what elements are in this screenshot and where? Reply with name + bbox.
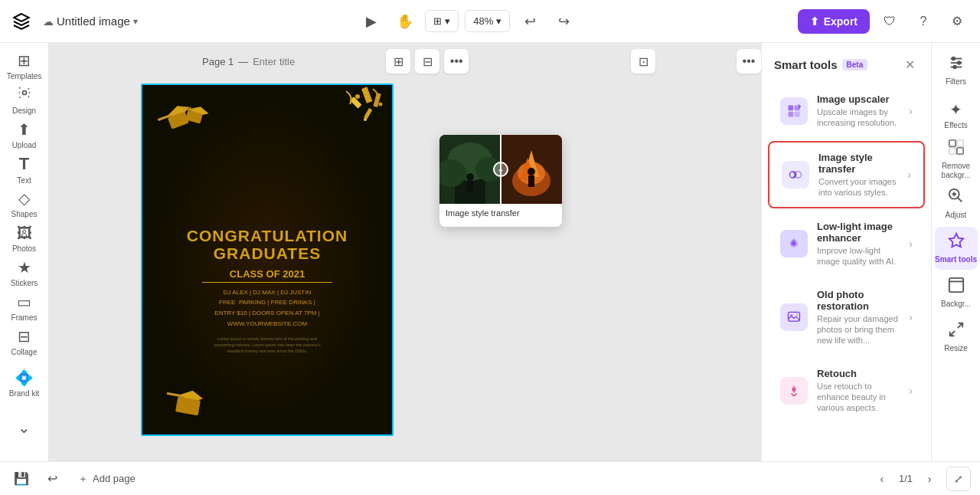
upscaler-text: Image upscaler Upscale images by increas… [817,93,900,129]
text-icon: T [19,154,29,174]
topbar-right: ⬆ Export 🛡 ? ⚙ [798,8,971,35]
style-preview-label: Image style transfer [439,204,562,222]
pan-tool-button[interactable]: ✋ [391,8,419,35]
design-canvas[interactable]: CONGRATULATION GRADUATES CLASS OF 2021 D… [141,84,394,436]
main-canvas-text: CONGRATULATION GRADUATES CLASS OF 2021 D… [187,227,348,355]
svg-point-31 [528,168,535,175]
right-sidebar: Filters ✦ Effects Remove backgr... Adjus… [931,43,980,461]
svg-rect-12 [364,108,372,120]
upload-icon: ⬆ [18,120,31,139]
remove-bg-label: Remove backgr... [935,162,978,180]
sidebar-item-stickers[interactable]: ★ Stickers [3,257,46,290]
sidebar-item-upload[interactable]: ⬆ Upload [3,118,46,151]
add-page-button[interactable]: ＋ Add page [70,467,143,490]
confetti-decoration [292,85,392,177]
page-nav: ‹ 1/1 › [871,468,940,490]
svg-rect-55 [949,278,962,292]
svg-rect-33 [789,105,794,110]
grid-button[interactable]: ⊟ [415,49,439,74]
right-sidebar-adjust[interactable]: Adjust [935,182,978,225]
right-sidebar-filters[interactable]: Filters [935,49,978,92]
right-sidebar-smart-tools[interactable]: Smart tools [935,227,978,270]
tool-old-photo-restoration[interactable]: Old photo restoration Repair your damage… [768,280,925,356]
topbar: ☁ Untitled image ▾ ▶ ✋ ⊞ ▾ 48% ▾ ↩ ↪ ⬆ E… [0,0,980,43]
right-sidebar-resize[interactable]: Resize [935,316,978,359]
low-light-text: Low-light image enhancer Improve low-lig… [817,221,900,267]
restoration-name: Old photo restoration [817,289,900,312]
bottombar: 💾 ↩ ＋ Add page ‹ 1/1 › ⤢ [0,461,980,495]
shapes-icon: ◇ [18,189,30,208]
layout-icon: ⊞ [433,15,442,27]
retouch-name: Retouch [817,368,900,379]
style-preview-left [439,135,501,204]
save-button[interactable]: 💾 [9,467,34,491]
doc-title-area: ☁ Untitled image ▾ [43,15,138,28]
retouch-desc: Use retouch to enhance beauty in various… [817,381,900,414]
right-sidebar-remove-bg[interactable]: Remove backgr... [935,138,978,181]
sidebar-item-collapse[interactable]: ⌄ [3,406,46,449]
sidebar-item-shapes[interactable]: ◇ Shapes [3,187,46,220]
sidebar-item-frames[interactable]: ▭ Frames [3,291,46,324]
class-text: CLASS OF 2021 [202,268,332,283]
sidebar-item-design[interactable]: Design [3,84,46,116]
tool-image-style-transfer[interactable]: Image style transfer Convert your images… [768,141,925,209]
lorem-text: Lorem ipsum is simply dummy text of the … [187,336,348,354]
tool-image-upscaler[interactable]: Image upscaler Upscale images by increas… [768,84,925,138]
more-button[interactable]: ••• [444,49,469,74]
smart-tools-icon [948,232,965,253]
stickers-icon: ★ [18,258,31,277]
svg-point-15 [364,118,367,121]
svg-rect-32 [528,175,534,187]
layout-button[interactable]: ⊞ ▾ [425,10,459,32]
design-icon [17,85,32,104]
zoom-button[interactable]: 48% ▾ [465,10,510,32]
page-next-button[interactable]: › [919,468,940,490]
main-area: ⊞ Templates Design ⬆ Upload T Text ◇ Sha… [0,43,980,461]
svg-point-48 [957,61,960,64]
style-transfer-desc: Convert your images into various styles. [818,176,898,198]
tool-low-light-enhancer[interactable]: Low-light image enhancer Improve low-lig… [768,211,925,277]
svg-line-56 [957,323,962,328]
undo-history-button[interactable]: ↩ [40,467,64,491]
right-sidebar-background[interactable]: Backgr... [935,271,978,314]
svg-rect-52 [949,148,955,154]
svg-point-43 [792,387,796,391]
page-prev-button[interactable]: ‹ [871,468,893,490]
right-sidebar-effects[interactable]: ✦ Effects [935,93,978,136]
svg-point-0 [22,91,26,95]
copy-button[interactable]: ⊡ [631,49,655,74]
export-button[interactable]: ⬆ Export [798,9,870,34]
frames-label: Frames [11,313,38,322]
export-label: Export [824,15,858,28]
sidebar-item-photos[interactable]: 🖼 Photos [3,222,46,255]
panel-header: Smart tools Beta ✕ [762,43,931,83]
filters-label: Filters [946,77,966,87]
fullscreen-button[interactable]: ⤢ [946,467,971,491]
retouch-icon [780,377,808,405]
settings-button[interactable]: ⚙ [943,8,971,35]
shield-icon-button[interactable]: 🛡 [876,8,903,35]
sidebar-item-collage[interactable]: ⊟ Collage [3,326,46,359]
options-button[interactable]: ••• [737,49,761,74]
select-tool-button[interactable]: ▶ [358,8,385,35]
doc-title[interactable]: Untitled image [57,15,130,28]
page-title-input[interactable] [253,56,381,67]
cap-decoration-bottom [158,381,219,427]
remove-bg-icon [948,139,965,159]
filters-icon [948,54,965,75]
sidebar-item-brand[interactable]: 💠 Brand kit [3,362,46,405]
doc-chevron-icon[interactable]: ▾ [133,16,138,27]
logo-button[interactable] [9,9,34,34]
redo-button[interactable]: ↪ [550,8,577,35]
undo-button[interactable]: ↩ [516,8,544,35]
help-button[interactable]: ? [910,8,937,35]
zoom-value: 48% [473,15,493,27]
sidebar-item-templates[interactable]: ⊞ Templates [3,49,46,82]
graduates-text: GRADUATES [187,244,348,262]
frames-icon: ▭ [17,293,31,311]
crop-button[interactable]: ⊞ [386,49,410,74]
tool-retouch[interactable]: Retouch Use retouch to enhance beauty in… [768,359,925,423]
sidebar-item-text[interactable]: T Text [3,152,46,185]
panel-close-button[interactable]: ✕ [900,55,919,74]
adjust-label: Adjust [946,211,967,220]
